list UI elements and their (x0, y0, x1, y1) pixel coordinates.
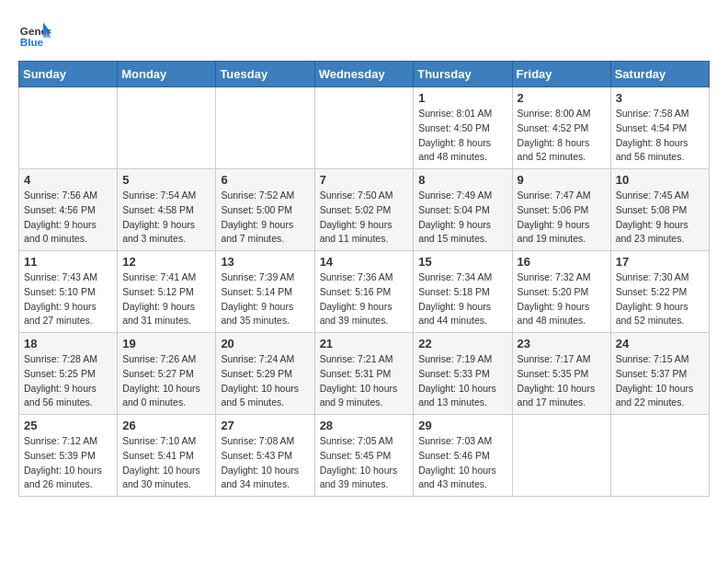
calendar-cell: 7Sunrise: 7:50 AM Sunset: 5:02 PM Daylig… (314, 169, 414, 251)
day-number: 22 (418, 337, 506, 350)
day-number: 24 (616, 337, 704, 350)
day-info: Sunrise: 7:56 AM Sunset: 4:56 PM Dayligh… (24, 189, 112, 247)
calendar-week-row: 18Sunrise: 7:28 AM Sunset: 5:25 PM Dayli… (19, 333, 710, 415)
day-info: Sunrise: 7:47 AM Sunset: 5:06 PM Dayligh… (518, 189, 606, 247)
calendar-cell: 19Sunrise: 7:26 AM Sunset: 5:27 PM Dayli… (118, 333, 216, 415)
calendar-cell: 14Sunrise: 7:36 AM Sunset: 5:16 PM Dayli… (314, 251, 414, 333)
day-number: 2 (518, 91, 606, 105)
calendar-cell: 1Sunrise: 8:01 AM Sunset: 4:50 PM Daylig… (414, 87, 512, 169)
day-number: 13 (221, 255, 309, 269)
calendar-cell: 18Sunrise: 7:28 AM Sunset: 5:25 PM Dayli… (19, 333, 118, 415)
calendar-cell: 15Sunrise: 7:34 AM Sunset: 5:18 PM Dayli… (414, 251, 512, 333)
calendar-cell: 9Sunrise: 7:47 AM Sunset: 5:06 PM Daylig… (512, 169, 610, 251)
calendar-cell: 10Sunrise: 7:45 AM Sunset: 5:08 PM Dayli… (610, 169, 709, 251)
calendar-week-row: 1Sunrise: 8:01 AM Sunset: 4:50 PM Daylig… (19, 87, 710, 169)
day-info: Sunrise: 7:52 AM Sunset: 5:00 PM Dayligh… (221, 189, 309, 247)
day-info: Sunrise: 7:05 AM Sunset: 5:45 PM Dayligh… (320, 434, 409, 492)
calendar-cell (118, 87, 216, 169)
day-number: 29 (418, 419, 506, 432)
day-number: 12 (122, 255, 210, 269)
calendar-cell: 2Sunrise: 8:00 AM Sunset: 4:52 PM Daylig… (512, 87, 610, 169)
day-number: 17 (616, 255, 704, 269)
day-header-monday: Monday (118, 62, 216, 87)
calendar-cell (314, 87, 414, 169)
calendar-cell: 4Sunrise: 7:56 AM Sunset: 4:56 PM Daylig… (19, 169, 118, 251)
day-header-friday: Friday (512, 62, 610, 87)
day-info: Sunrise: 7:15 AM Sunset: 5:37 PM Dayligh… (616, 352, 704, 410)
calendar-cell: 17Sunrise: 7:30 AM Sunset: 5:22 PM Dayli… (610, 251, 709, 333)
day-number: 9 (518, 173, 606, 187)
day-info: Sunrise: 7:03 AM Sunset: 5:46 PM Dayligh… (418, 434, 506, 492)
day-info: Sunrise: 7:54 AM Sunset: 4:58 PM Dayligh… (122, 189, 210, 247)
day-info: Sunrise: 7:21 AM Sunset: 5:31 PM Dayligh… (320, 352, 409, 410)
calendar-week-row: 25Sunrise: 7:12 AM Sunset: 5:39 PM Dayli… (19, 415, 710, 497)
day-number: 14 (320, 255, 409, 269)
calendar-cell (610, 415, 709, 497)
calendar-cell: 8Sunrise: 7:49 AM Sunset: 5:04 PM Daylig… (414, 169, 512, 251)
day-header-saturday: Saturday (610, 62, 709, 87)
day-info: Sunrise: 8:01 AM Sunset: 4:50 PM Dayligh… (418, 107, 506, 165)
day-info: Sunrise: 7:12 AM Sunset: 5:39 PM Dayligh… (24, 434, 112, 492)
day-number: 20 (221, 337, 309, 350)
day-number: 25 (24, 419, 112, 432)
calendar-header-row: SundayMondayTuesdayWednesdayThursdayFrid… (19, 62, 710, 87)
calendar-cell: 11Sunrise: 7:43 AM Sunset: 5:10 PM Dayli… (19, 251, 118, 333)
calendar-cell (512, 415, 610, 497)
calendar-cell: 13Sunrise: 7:39 AM Sunset: 5:14 PM Dayli… (216, 251, 314, 333)
calendar-week-row: 4Sunrise: 7:56 AM Sunset: 4:56 PM Daylig… (19, 169, 710, 251)
day-info: Sunrise: 7:28 AM Sunset: 5:25 PM Dayligh… (24, 352, 112, 410)
day-info: Sunrise: 7:34 AM Sunset: 5:18 PM Dayligh… (418, 270, 506, 328)
header: General Blue (18, 18, 710, 52)
day-number: 15 (418, 255, 506, 269)
day-info: Sunrise: 7:26 AM Sunset: 5:27 PM Dayligh… (122, 352, 210, 410)
day-info: Sunrise: 7:19 AM Sunset: 5:33 PM Dayligh… (418, 352, 506, 410)
day-info: Sunrise: 7:36 AM Sunset: 5:16 PM Dayligh… (320, 270, 409, 328)
calendar-cell: 23Sunrise: 7:17 AM Sunset: 5:35 PM Dayli… (512, 333, 610, 415)
day-info: Sunrise: 7:10 AM Sunset: 5:41 PM Dayligh… (122, 434, 210, 492)
day-number: 18 (24, 337, 112, 350)
calendar-cell: 25Sunrise: 7:12 AM Sunset: 5:39 PM Dayli… (19, 415, 118, 497)
day-number: 23 (518, 337, 606, 350)
day-number: 11 (24, 255, 112, 269)
day-number: 19 (122, 337, 210, 350)
day-header-tuesday: Tuesday (216, 62, 314, 87)
day-number: 3 (616, 91, 704, 105)
day-number: 16 (518, 255, 606, 269)
day-info: Sunrise: 7:39 AM Sunset: 5:14 PM Dayligh… (221, 270, 309, 328)
calendar-cell: 12Sunrise: 7:41 AM Sunset: 5:12 PM Dayli… (118, 251, 216, 333)
calendar-cell: 27Sunrise: 7:08 AM Sunset: 5:43 PM Dayli… (216, 415, 314, 497)
day-number: 8 (418, 173, 506, 187)
day-info: Sunrise: 7:41 AM Sunset: 5:12 PM Dayligh… (122, 270, 210, 328)
calendar-cell (19, 87, 118, 169)
day-header-thursday: Thursday (414, 62, 512, 87)
calendar-cell: 5Sunrise: 7:54 AM Sunset: 4:58 PM Daylig… (118, 169, 216, 251)
day-info: Sunrise: 7:49 AM Sunset: 5:04 PM Dayligh… (418, 189, 506, 247)
calendar-cell: 26Sunrise: 7:10 AM Sunset: 5:41 PM Dayli… (118, 415, 216, 497)
calendar-cell: 22Sunrise: 7:19 AM Sunset: 5:33 PM Dayli… (414, 333, 512, 415)
day-info: Sunrise: 7:45 AM Sunset: 5:08 PM Dayligh… (616, 189, 704, 247)
calendar-cell: 21Sunrise: 7:21 AM Sunset: 5:31 PM Dayli… (314, 333, 414, 415)
calendar-cell: 16Sunrise: 7:32 AM Sunset: 5:20 PM Dayli… (512, 251, 610, 333)
day-info: Sunrise: 7:32 AM Sunset: 5:20 PM Dayligh… (518, 270, 606, 328)
day-number: 21 (320, 337, 409, 350)
day-info: Sunrise: 7:17 AM Sunset: 5:35 PM Dayligh… (518, 352, 606, 410)
calendar-cell: 20Sunrise: 7:24 AM Sunset: 5:29 PM Dayli… (216, 333, 314, 415)
day-info: Sunrise: 7:08 AM Sunset: 5:43 PM Dayligh… (221, 434, 309, 492)
logo-icon: General Blue (18, 18, 51, 52)
day-info: Sunrise: 7:24 AM Sunset: 5:29 PM Dayligh… (221, 352, 309, 410)
day-info: Sunrise: 7:58 AM Sunset: 4:54 PM Dayligh… (616, 107, 704, 165)
day-header-wednesday: Wednesday (314, 62, 414, 87)
calendar-cell: 29Sunrise: 7:03 AM Sunset: 5:46 PM Dayli… (414, 415, 512, 497)
day-number: 7 (320, 173, 409, 187)
day-number: 5 (122, 173, 210, 187)
calendar-week-row: 11Sunrise: 7:43 AM Sunset: 5:10 PM Dayli… (19, 251, 710, 333)
day-info: Sunrise: 7:43 AM Sunset: 5:10 PM Dayligh… (24, 270, 112, 328)
day-number: 4 (24, 173, 112, 187)
day-header-sunday: Sunday (19, 62, 118, 87)
calendar-cell: 3Sunrise: 7:58 AM Sunset: 4:54 PM Daylig… (610, 87, 709, 169)
day-number: 6 (221, 173, 309, 187)
day-info: Sunrise: 7:30 AM Sunset: 5:22 PM Dayligh… (616, 270, 704, 328)
calendar-cell: 6Sunrise: 7:52 AM Sunset: 5:00 PM Daylig… (216, 169, 314, 251)
calendar-cell (216, 87, 314, 169)
day-number: 27 (221, 419, 309, 432)
